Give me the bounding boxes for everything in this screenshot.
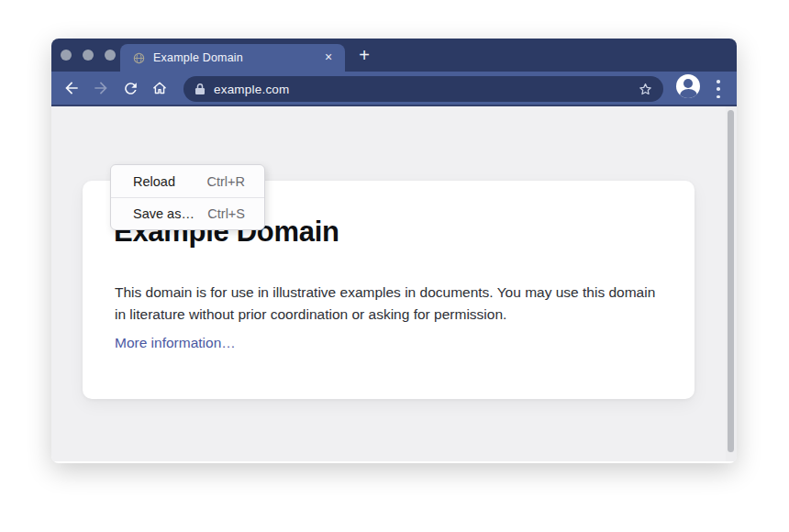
page-viewport: Example Domain This domain is for use in… (51, 106, 737, 461)
globe-favicon-icon (133, 52, 145, 64)
menu-item-label: Save as… (133, 206, 194, 221)
browser-tab[interactable]: Example Domain × (120, 44, 345, 72)
kebab-dot (717, 87, 720, 91)
forward-button[interactable] (86, 74, 116, 102)
avatar-person-icon (683, 79, 693, 88)
home-button[interactable] (145, 74, 174, 102)
menu-item-shortcut: Ctrl+S (207, 206, 245, 221)
kebab-dot (717, 80, 720, 83)
navigation-toolbar: example.com (51, 72, 737, 106)
menu-item-label: Reload (133, 174, 175, 189)
home-icon (150, 79, 169, 97)
window-controls (61, 50, 116, 61)
bookmark-button[interactable] (634, 78, 656, 100)
profile-avatar-button[interactable] (676, 74, 700, 98)
more-information-link[interactable]: More information… (115, 335, 236, 351)
address-bar[interactable]: example.com (183, 76, 663, 102)
browser-window: Example Domain × + (51, 39, 737, 463)
menu-item-save-as[interactable]: Save as… Ctrl+S (111, 197, 264, 229)
screenshot-stage: Example Domain × + (0, 0, 789, 532)
back-button[interactable] (57, 74, 86, 102)
back-arrow-icon (62, 79, 81, 97)
url-text[interactable]: example.com (214, 83, 634, 96)
title-bar: Example Domain × + (51, 39, 737, 72)
window-close-button[interactable] (61, 50, 72, 61)
scrollbar-track (726, 106, 737, 461)
star-icon (637, 81, 654, 98)
browser-menu-button[interactable] (713, 79, 724, 99)
kebab-dot (717, 95, 720, 99)
menu-item-shortcut: Ctrl+R (207, 174, 246, 189)
context-menu: Reload Ctrl+R Save as… Ctrl+S (110, 164, 265, 230)
menu-item-reload[interactable]: Reload Ctrl+R (111, 165, 264, 197)
forward-arrow-icon (92, 79, 110, 97)
new-tab-button[interactable]: + (351, 43, 377, 69)
lock-icon (194, 83, 206, 95)
reload-icon (122, 80, 139, 97)
window-minimize-button[interactable] (83, 50, 94, 61)
page-paragraph: This domain is for use in illustrative e… (115, 282, 658, 326)
tab-close-icon[interactable]: × (321, 50, 336, 65)
scrollbar-thumb[interactable] (728, 110, 734, 452)
window-zoom-button[interactable] (105, 50, 116, 61)
reload-button[interactable] (116, 74, 145, 102)
tab-title: Example Domain (153, 51, 321, 64)
